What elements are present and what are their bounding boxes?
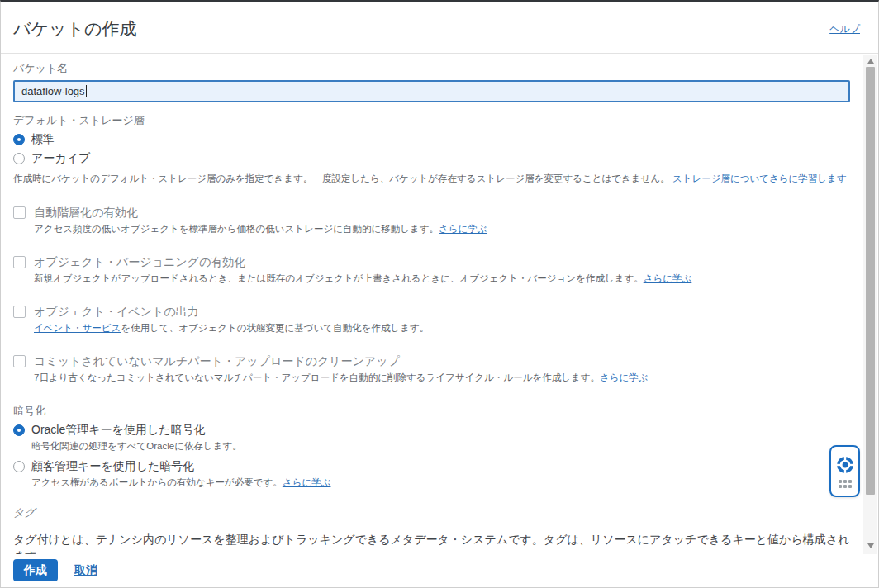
encryption-label: 暗号化	[13, 404, 850, 419]
storage-tier-hint: 作成時にバケットのデフォルト・ストレージ層のみを指定できます。一度設定したら、バ…	[13, 172, 850, 186]
drag-dots-icon	[839, 480, 852, 488]
checkbox-multipart-cleanup-desc: 7日より古くなったコミットされていないマルチパート・アップロードを自動的に削除す…	[34, 371, 850, 384]
scrollbar-thumb[interactable]	[866, 67, 875, 495]
create-button[interactable]: 作成	[13, 559, 58, 581]
checkbox-object-events[interactable]: オブジェクト・イベントの出力	[13, 305, 850, 320]
storage-tier-learn-link[interactable]: ストレージ層についてさらに学習します	[672, 173, 847, 183]
scroll-up-arrow-icon[interactable]	[867, 59, 874, 64]
radio-standard-label: 標準	[31, 132, 55, 147]
panel-footer: 作成 取消	[2, 554, 877, 586]
vertical-scrollbar[interactable]	[863, 55, 877, 554]
checkbox-versioning-desc-text: 新規オブジェクトがアップロードされるとき、または既存のオブジェクトが上書きされる…	[34, 273, 644, 283]
checkbox-multipart-cleanup-label: コミットされていないマルチパート・アップロードのクリーンアップ	[34, 354, 400, 369]
tags-description: タグ付けとは、テナンシ内のリソースを整理およびトラッキングできるメタデータ・シス…	[13, 532, 850, 554]
checkbox-auto-tiering-label: 自動階層化の有効化	[34, 206, 138, 220]
customer-key-learn-link[interactable]: さらに学ぶ	[283, 477, 331, 487]
checkbox-auto-tiering-desc: アクセス頻度の低いオブジェクトを標準層から価格の低いストレージに自動的に移動しま…	[34, 222, 850, 235]
auto-tiering-learn-link[interactable]: さらに学ぶ	[439, 224, 487, 234]
checkbox-auto-tiering-box[interactable]	[13, 206, 26, 219]
radio-archive[interactable]: アーカイブ	[13, 151, 850, 166]
bucket-name-input[interactable]: dataflow-logs	[13, 80, 850, 102]
radio-oracle-managed-icon[interactable]	[13, 424, 25, 436]
bucket-name-value: dataflow-logs	[21, 85, 85, 97]
storage-tier-hint-text: 作成時にバケットのデフォルト・ストレージ層のみを指定できます。一度設定したら、バ…	[13, 173, 672, 183]
radio-standard[interactable]: 標準	[13, 132, 850, 147]
checkbox-auto-tiering-desc-text: アクセス頻度の低いオブジェクトを標準層から価格の低いストレージに自動的に移動しま…	[34, 224, 439, 234]
scroll-down-arrow-icon[interactable]	[867, 543, 874, 548]
page-title: バケットの作成	[13, 17, 136, 40]
checkbox-multipart-cleanup-desc-text: 7日より古くなったコミットされていないマルチパート・アップロードを自動的に削除す…	[34, 372, 600, 382]
panel-header: バケットの作成 ヘルプ	[1, 5, 878, 54]
radio-oracle-managed-label: Oracle管理キーを使用した暗号化	[31, 423, 206, 438]
radio-oracle-managed[interactable]: Oracle管理キーを使用した暗号化	[13, 423, 850, 438]
versioning-learn-link[interactable]: さらに学ぶ	[644, 273, 692, 283]
oracle-managed-desc: 暗号化関連の処理をすべてOracleに依存します。	[31, 439, 850, 453]
radio-archive-icon[interactable]	[13, 153, 25, 164]
customer-managed-desc-text: アクセス権があるボールトからの有効なキーが必要です。	[31, 477, 283, 487]
checkbox-object-events-desc: イベント・サービスを使用して、オブジェクトの状態変更に基づいて自動化を作成します…	[34, 321, 850, 334]
radio-customer-managed-icon[interactable]	[13, 461, 25, 472]
multipart-learn-link[interactable]: さらに学ぶ	[600, 372, 649, 382]
create-bucket-panel: バケットの作成 ヘルプ バケット名 dataflow-logs デフォルト・スト…	[0, 0, 879, 588]
checkbox-multipart-cleanup-box[interactable]	[13, 355, 26, 368]
checkbox-object-events-box[interactable]	[13, 306, 26, 318]
cancel-link[interactable]: 取消	[74, 563, 97, 578]
text-caret	[86, 85, 87, 97]
checkbox-auto-tiering[interactable]: 自動階層化の有効化	[13, 206, 850, 220]
events-service-link[interactable]: イベント・サービス	[34, 323, 121, 333]
radio-archive-label: アーカイブ	[31, 151, 90, 166]
checkbox-versioning-box[interactable]	[13, 256, 26, 268]
radio-customer-managed-label: 顧客管理キーを使用した暗号化	[31, 459, 194, 474]
checkbox-versioning-desc: 新規オブジェクトがアップロードされるとき、または既存のオブジェクトが上書きされる…	[34, 272, 850, 285]
checkbox-versioning[interactable]: オブジェクト・バージョニングの有効化	[13, 255, 850, 270]
life-buoy-icon	[835, 455, 855, 475]
bucket-name-label: バケット名	[13, 61, 850, 76]
radio-customer-managed[interactable]: 顧客管理キーを使用した暗号化	[13, 459, 850, 474]
panel-body: バケット名 dataflow-logs デフォルト・ストレージ層 標準 アーカイ…	[1, 55, 863, 554]
tags-section-label: タグ	[13, 505, 850, 520]
checkbox-object-events-desc-text: を使用して、オブジェクトの状態変更に基づいて自動化を作成します。	[121, 323, 429, 333]
storage-tier-label: デフォルト・ストレージ層	[13, 113, 850, 128]
checkbox-multipart-cleanup[interactable]: コミットされていないマルチパート・アップロードのクリーンアップ	[13, 354, 850, 369]
checkbox-object-events-label: オブジェクト・イベントの出力	[34, 305, 199, 320]
floating-help-widget[interactable]	[829, 445, 860, 497]
customer-managed-desc: アクセス権があるボールトからの有効なキーが必要です。さらに学ぶ	[31, 476, 850, 489]
checkbox-versioning-label: オブジェクト・バージョニングの有効化	[34, 255, 245, 270]
radio-standard-icon[interactable]	[13, 134, 25, 145]
help-link[interactable]: ヘルプ	[829, 22, 860, 36]
